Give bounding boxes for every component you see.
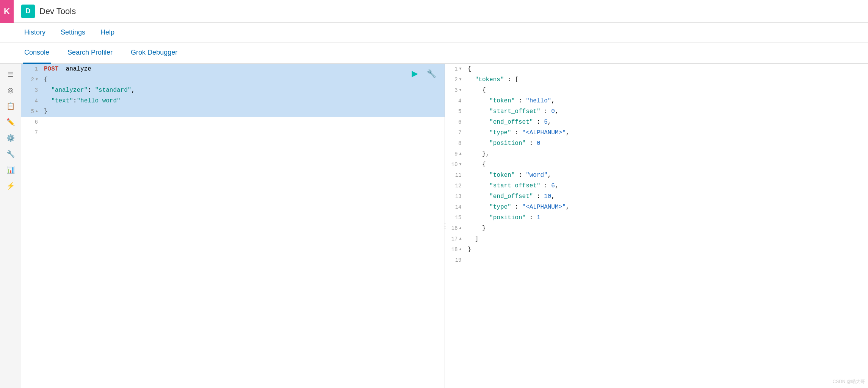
json-fold-18[interactable]: ▲ — [459, 244, 461, 255]
nav-help[interactable]: Help — [99, 23, 116, 42]
line-num-7: 7 — [21, 127, 41, 138]
json-line-16: 16 ▲ } — [445, 223, 868, 234]
json-num-2: 2 ▼ — [445, 74, 465, 85]
json-line-7: 7 "type" : "<ALPHANUM>", — [445, 127, 868, 138]
json-content-5: "start_offset" : 0, — [465, 106, 868, 117]
json-num-3: 3 ▼ — [445, 85, 465, 96]
nav-history[interactable]: History — [23, 23, 47, 42]
sidebar-icon-docs[interactable]: 📋 — [3, 99, 18, 114]
json-num-5: 5 — [445, 106, 465, 117]
output-json: 1 ▼ { 2 ▼ "tokens" : [ 3 ▼ { 4 "token" :… — [445, 64, 868, 388]
json-content-6: "end_offset" : 5, — [465, 117, 868, 127]
sidebar-icon-bolt[interactable]: ⚡ — [3, 178, 18, 193]
json-line-5: 5 "start_offset" : 0, — [445, 106, 868, 117]
sidebar-icon-search[interactable]: ◎ — [3, 83, 18, 98]
nav-settings[interactable]: Settings — [59, 23, 87, 42]
editor-line-2: 2 ▼ { — [21, 74, 445, 85]
json-content-10: { — [465, 159, 868, 170]
json-line-12: 12 "start_offset" : 6, — [445, 181, 868, 191]
line-content-2[interactable]: { — [41, 74, 445, 85]
run-button[interactable]: ▶ — [408, 67, 422, 80]
json-content-4: "token" : "hello", — [465, 96, 868, 106]
line-content-1[interactable]: POST _analyze — [41, 64, 445, 74]
line-content-4[interactable]: "text":"hello word" — [41, 96, 445, 106]
json-line-14: 14 "type" : "<ALPHANUM>", — [445, 202, 868, 212]
editor-line-6: 6 — [21, 117, 445, 127]
json-content-9: }, — [465, 149, 868, 159]
json-fold-17[interactable]: ▲ — [459, 234, 461, 244]
json-content-2: "tokens" : [ — [465, 74, 868, 85]
json-fold-16[interactable]: ▲ — [459, 223, 461, 234]
json-line-1: 1 ▼ { — [445, 64, 868, 74]
sidebar-icon-chart[interactable]: 📊 — [3, 162, 18, 178]
json-num-11: 11 — [445, 170, 465, 181]
fold-arrow-5[interactable]: ▲ — [36, 106, 38, 117]
fold-arrow-2[interactable]: ▼ — [36, 74, 38, 85]
pane-divider[interactable]: ⋮ — [442, 222, 448, 230]
json-num-12: 12 — [445, 181, 465, 191]
editor-line-1: 1 POST _analyze — [21, 64, 445, 74]
editor-line-5: 5 ▲ } — [21, 106, 445, 117]
app-logo: D — [21, 5, 35, 18]
run-icon: ▶ — [412, 69, 418, 79]
json-content-11: "token" : "word", — [465, 170, 868, 181]
app-title: Dev Tools — [39, 6, 76, 16]
line-content-5[interactable]: } — [41, 106, 445, 117]
sidebar-icon-edit[interactable]: ✏️ — [3, 115, 18, 130]
json-line-19: 19 — [445, 255, 868, 265]
json-content-3: { — [465, 85, 868, 96]
json-line-13: 13 "end_offset" : 10, — [445, 191, 868, 202]
json-num-10: 10 ▼ — [445, 159, 465, 170]
json-fold-2[interactable]: ▼ — [459, 74, 461, 85]
editor-line-3: 3 "analyzer": "standard", — [21, 85, 445, 96]
json-line-6: 6 "end_offset" : 5, — [445, 117, 868, 127]
json-num-6: 6 — [445, 117, 465, 127]
json-line-3: 3 ▼ { — [445, 85, 868, 96]
json-fold-10[interactable]: ▼ — [459, 159, 461, 170]
sidebar-icon-settings[interactable]: ⚙️ — [3, 130, 18, 146]
json-fold-1[interactable]: ▼ — [459, 64, 461, 74]
kibana-logo[interactable]: K — [0, 0, 14, 23]
line-num-6: 6 — [21, 117, 41, 127]
json-num-8: 8 — [445, 138, 465, 149]
json-fold-3[interactable]: ▼ — [459, 85, 461, 96]
output-pane: 1 ▼ { 2 ▼ "tokens" : [ 3 ▼ { 4 "token" :… — [445, 64, 868, 388]
sidebar-icon-menu[interactable]: ☰ — [3, 67, 18, 82]
editor-line-7: 7 — [21, 127, 445, 138]
top-bar: K D Dev Tools — [0, 0, 868, 23]
sidebar: ☰ ◎ 📋 ✏️ ⚙️ 🔧 📊 ⚡ — [0, 64, 21, 388]
json-num-17: 17 ▲ — [445, 234, 465, 244]
json-content-17: ] — [465, 234, 868, 244]
json-num-19: 19 — [445, 255, 465, 265]
tab-console[interactable]: Console — [23, 42, 51, 64]
code-editor[interactable]: 1 POST _analyze 2 ▼ { 3 "analyzer": "sta… — [21, 64, 445, 388]
json-fold-9[interactable]: ▲ — [459, 149, 461, 159]
json-content-12: "start_offset" : 6, — [465, 181, 868, 191]
main-layout: ☰ ◎ 📋 ✏️ ⚙️ 🔧 📊 ⚡ 1 POST _analyze 2 ▼ { … — [0, 64, 868, 388]
json-num-4: 4 — [445, 96, 465, 106]
json-content-18: } — [465, 244, 868, 255]
editor-toolbar: ▶ 🔧 — [408, 67, 439, 80]
json-num-14: 14 — [445, 202, 465, 212]
line-num-1: 1 — [21, 64, 41, 74]
json-content-1: { — [465, 64, 868, 74]
json-content-14: "type" : "<ALPHANUM>", — [465, 202, 868, 212]
json-content-16: } — [465, 223, 868, 234]
editor-line-4: 4 "text":"hello word" — [21, 96, 445, 106]
line-content-3[interactable]: "analyzer": "standard", — [41, 85, 445, 96]
editor-settings-button[interactable]: 🔧 — [425, 67, 439, 80]
json-line-18: 18 ▲ } — [445, 244, 868, 255]
line-num-5: 5 ▲ — [21, 106, 41, 117]
watermark: CSDN @喵大哥 — [832, 379, 865, 385]
json-line-2: 2 ▼ "tokens" : [ — [445, 74, 868, 85]
tab-search-profiler[interactable]: Search Profiler — [66, 42, 114, 64]
editor-pane: 1 POST _analyze 2 ▼ { 3 "analyzer": "sta… — [21, 64, 445, 388]
json-content-8: "position" : 0 — [465, 138, 868, 149]
json-content-7: "type" : "<ALPHANUM>", — [465, 127, 868, 138]
json-num-18: 18 ▲ — [445, 244, 465, 255]
json-line-15: 15 "position" : 1 — [445, 212, 868, 223]
json-line-17: 17 ▲ ] — [445, 234, 868, 244]
line-num-4: 4 — [21, 96, 41, 106]
tab-grok-debugger[interactable]: Grok Debugger — [129, 42, 179, 64]
sidebar-icon-tools[interactable]: 🔧 — [3, 146, 18, 162]
